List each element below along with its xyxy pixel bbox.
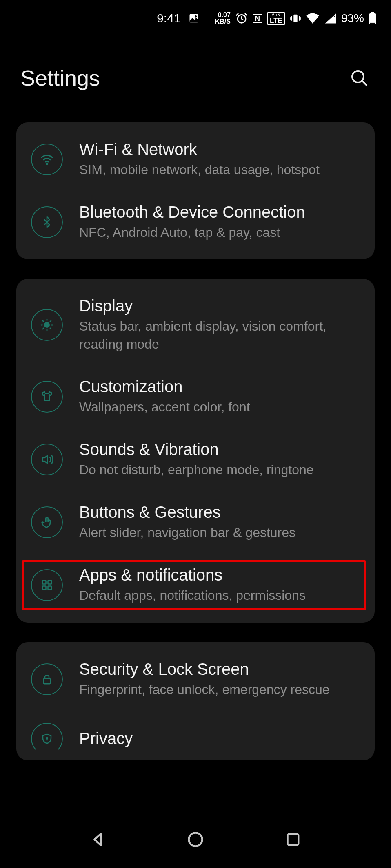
item-subtitle: NFC, Android Auto, tap & pay, cast	[79, 224, 305, 241]
apps-icon	[31, 569, 63, 601]
svg-rect-19	[288, 834, 299, 845]
back-icon	[89, 831, 107, 848]
svg-rect-3	[293, 15, 297, 22]
item-title: Sounds & Vibration	[79, 440, 314, 459]
settings-item-sounds[interactable]: Sounds & Vibration Do not disturb, earph…	[28, 439, 363, 480]
svg-rect-12	[42, 581, 46, 584]
settings-group: Security & Lock Screen Fingerprint, face…	[16, 642, 375, 760]
image-icon	[188, 13, 200, 24]
svg-rect-7	[370, 23, 375, 24]
settings-item-buttons-gestures[interactable]: Buttons & Gestures Alert slider, navigat…	[28, 501, 363, 543]
settings-group: Wi-Fi & Network SIM, mobile network, dat…	[16, 122, 375, 259]
settings-item-security[interactable]: Security & Lock Screen Fingerprint, face…	[28, 658, 363, 700]
svg-point-18	[189, 833, 202, 846]
page-header: Settings	[0, 65, 391, 91]
page-title: Settings	[20, 65, 100, 91]
android-settings-screen: { "status_bar": { "time": "9:41", "kbs_t…	[0, 0, 391, 868]
settings-item-privacy[interactable]: Privacy	[28, 721, 363, 756]
vibrate-icon	[290, 13, 301, 24]
battery-icon	[369, 12, 376, 24]
item-subtitle: Alert slider, navigation bar & gestures	[79, 524, 295, 541]
alarm-icon	[235, 12, 248, 24]
svg-point-11	[44, 322, 49, 327]
item-subtitle: Do not disturb, earphone mode, ringtone	[79, 461, 314, 479]
wifi-icon	[31, 144, 63, 175]
item-title: Customization	[79, 378, 250, 396]
settings-item-bluetooth[interactable]: Bluetooth & Device Connection NFC, Andro…	[28, 201, 363, 243]
brightness-icon	[31, 309, 63, 341]
svg-rect-15	[48, 586, 52, 590]
nav-home-button[interactable]	[183, 827, 208, 852]
svg-text:x: x	[333, 13, 335, 18]
item-title: Apps & notifications	[79, 566, 306, 584]
tshirt-icon	[31, 381, 63, 413]
recents-icon	[285, 831, 301, 848]
settings-content: Wi-Fi & Network SIM, mobile network, dat…	[0, 122, 391, 760]
home-icon	[187, 830, 204, 848]
search-icon	[349, 68, 369, 88]
svg-rect-13	[48, 581, 52, 584]
svg-line-9	[362, 81, 367, 85]
settings-item-customization[interactable]: Customization Wallpapers, accent color, …	[28, 376, 363, 417]
network-speed: 0.07 KB/S	[215, 12, 231, 25]
status-time: 9:41	[157, 11, 180, 25]
item-subtitle: Default apps, notifications, permissions	[79, 587, 306, 604]
settings-group: Display Status bar, ambient display, vis…	[16, 279, 375, 622]
settings-item-wifi-network[interactable]: Wi-Fi & Network SIM, mobile network, dat…	[28, 139, 363, 180]
svg-rect-6	[371, 12, 374, 14]
nav-back-button[interactable]	[86, 827, 110, 852]
navigation-bar	[0, 811, 391, 868]
item-title: Security & Lock Screen	[79, 660, 330, 678]
status-bar: 9:41 0.07 KB/S N VoN LTE x 93%	[0, 0, 391, 37]
nfc-icon: N	[253, 14, 262, 23]
svg-rect-16	[43, 678, 51, 684]
item-subtitle: Status bar, ambient display, vision comf…	[79, 318, 340, 353]
volte-icon: VoN LTE	[267, 12, 285, 25]
item-title: Privacy	[79, 729, 133, 748]
item-subtitle: SIM, mobile network, data usage, hotspot	[79, 161, 320, 179]
gesture-icon	[31, 506, 63, 538]
item-subtitle: Wallpapers, accent color, font	[79, 398, 250, 416]
search-button[interactable]	[348, 66, 371, 89]
battery-percentage: 93%	[341, 12, 364, 25]
wifi-status-icon	[306, 13, 319, 24]
settings-item-display[interactable]: Display Status bar, ambient display, vis…	[28, 295, 363, 354]
signal-icon: x	[324, 13, 336, 24]
sound-icon	[31, 444, 63, 475]
svg-point-1	[195, 15, 197, 18]
svg-point-10	[47, 163, 48, 164]
svg-rect-14	[42, 586, 46, 590]
item-title: Display	[79, 297, 340, 315]
shield-icon	[31, 723, 63, 755]
nav-recents-button[interactable]	[281, 827, 305, 852]
item-subtitle: Fingerprint, face unlock, emergency resc…	[79, 681, 330, 698]
bluetooth-icon	[31, 206, 63, 238]
item-title: Buttons & Gestures	[79, 503, 295, 521]
item-title: Wi-Fi & Network	[79, 140, 320, 159]
item-title: Bluetooth & Device Connection	[79, 203, 305, 221]
svg-point-17	[46, 738, 48, 739]
lock-icon	[31, 663, 63, 695]
settings-item-apps-notifications[interactable]: Apps & notifications Default apps, notif…	[28, 564, 363, 606]
